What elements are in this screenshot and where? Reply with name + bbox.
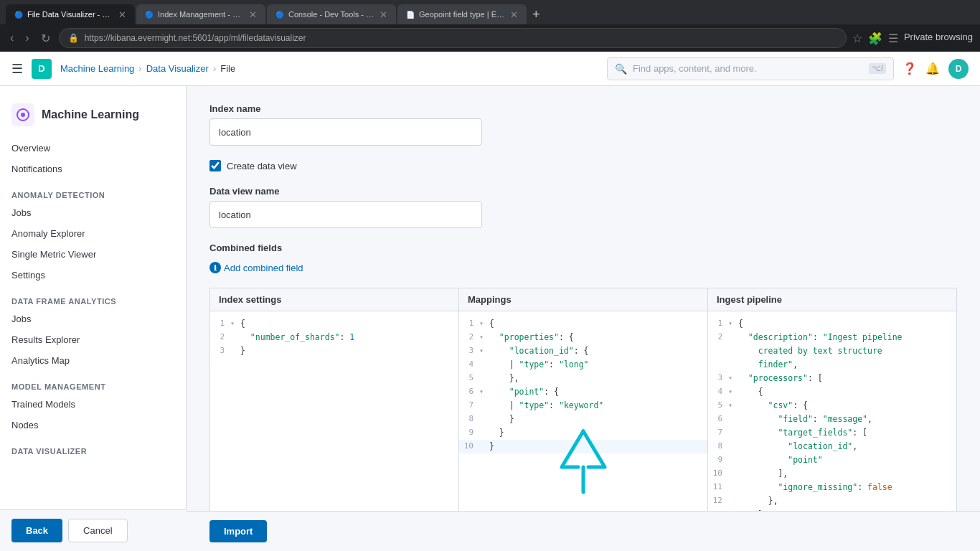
sidebar-section-dfa: Data Frame Analytics Jobs Results Explor… bbox=[0, 288, 186, 371]
private-label: Private browsing bbox=[904, 32, 973, 45]
sidebar-section-data-visualizer: Data Visualizer bbox=[0, 438, 186, 458]
code-line: 9 } bbox=[459, 426, 707, 440]
sidebar-item-single-metric[interactable]: Single Metric Viewer bbox=[0, 244, 186, 265]
hamburger-button[interactable]: ☰ bbox=[11, 61, 23, 77]
data-view-name-group: Data view name bbox=[209, 186, 957, 228]
sidebar-item-results-explorer[interactable]: Results Explorer bbox=[0, 329, 186, 350]
sidebar-section-model: Model Management Trained Models Nodes bbox=[0, 374, 186, 435]
notifications-icon[interactable]: 🔔 bbox=[925, 62, 940, 75]
sidebar-item-overview[interactable]: Overview bbox=[0, 138, 186, 159]
ingest-pipeline-code: 1 ▾ { 2 "description": "Ingest pipeline bbox=[708, 311, 956, 519]
back-nav-button[interactable]: ‹ bbox=[7, 29, 17, 47]
app-wrapper: ☰ D Machine Learning › Data Visualizer ›… bbox=[0, 52, 980, 551]
code-line: 1 ▾ { bbox=[708, 317, 956, 331]
back-cancel-row: Back Cancel bbox=[0, 509, 187, 551]
model-management-label: Model Management bbox=[0, 374, 186, 394]
d-avatar: D bbox=[32, 59, 52, 79]
create-data-view-checkbox[interactable] bbox=[209, 160, 221, 171]
breadcrumb-data-visualizer[interactable]: Data Visualizer bbox=[146, 63, 209, 74]
tab-close-3[interactable]: ✕ bbox=[380, 9, 387, 20]
search-shortcut: ⌥/ bbox=[869, 63, 886, 74]
add-combined-field-button[interactable]: ℹ Add combined field bbox=[209, 262, 303, 273]
index-name-group: Index name bbox=[209, 103, 957, 146]
star-icon[interactable]: ☆ bbox=[852, 32, 862, 45]
ingest-pipeline-header: Ingest pipeline bbox=[708, 288, 956, 311]
code-line: 10 ], bbox=[708, 467, 956, 481]
sidebar-item-notifications[interactable]: Notifications bbox=[0, 159, 186, 179]
global-search[interactable]: 🔍 Find apps, content, and more. ⌥/ bbox=[607, 57, 894, 80]
sidebar-item-analytics-map[interactable]: Analytics Map bbox=[0, 350, 186, 371]
code-line: 3 } bbox=[210, 344, 458, 358]
code-line: finder", bbox=[708, 358, 956, 372]
combined-fields-group: Combined fields ℹ Add combined field bbox=[209, 242, 957, 273]
lock-icon: 🔒 bbox=[68, 33, 79, 43]
mappings-code: 1 ▾ { 2 ▾ "properties": { 3 ▾ bbox=[459, 311, 707, 459]
import-button[interactable]: Import bbox=[209, 520, 267, 542]
search-placeholder: Find apps, content, and more. bbox=[633, 63, 863, 74]
combined-fields-label: Combined fields bbox=[209, 242, 957, 253]
code-line: 5 }, bbox=[459, 372, 707, 385]
mappings-header: Mappings bbox=[459, 288, 707, 311]
code-line: 1 ▾ { bbox=[210, 317, 458, 331]
breadcrumb-machine-learning[interactable]: Machine Learning bbox=[60, 63, 134, 74]
address-bar[interactable]: 🔒 https://kibana.evermight.net:5601/app/… bbox=[59, 28, 847, 48]
browser-tab-2[interactable]: 🔵 Index Management - Elastic ✕ bbox=[136, 4, 265, 24]
sidebar-title: Machine Learning bbox=[42, 108, 139, 121]
help-icon[interactable]: ❓ bbox=[903, 62, 917, 75]
code-line: 9 "point" bbox=[708, 453, 956, 467]
index-name-label: Index name bbox=[209, 103, 957, 114]
code-line: 2 "description": "Ingest pipeline bbox=[708, 331, 956, 344]
forward-nav-button[interactable]: › bbox=[22, 29, 32, 47]
toolbar-icons: ☆ 🧩 ☰ Private browsing bbox=[852, 32, 973, 45]
svg-point-1 bbox=[21, 113, 25, 117]
breadcrumb-file: File bbox=[220, 63, 235, 74]
reload-button[interactable]: ↻ bbox=[38, 29, 53, 48]
browser-tab-1[interactable]: 🔵 File Data Visualizer - Machine L... ✕ bbox=[6, 4, 135, 24]
sidebar-item-nodes[interactable]: Nodes bbox=[0, 415, 186, 435]
tab-close-4[interactable]: ✕ bbox=[510, 9, 518, 20]
sidebar-item-settings[interactable]: Settings bbox=[0, 265, 186, 286]
data-visualizer-label: Data Visualizer bbox=[0, 438, 186, 458]
browser-tab-4[interactable]: 📄 Geopoint field type | Elasticsear... ✕ bbox=[397, 4, 527, 24]
sidebar-header: Machine Learning bbox=[0, 86, 186, 138]
three-column-panels: Index settings 1 ▾ { 2 "number_of_shards… bbox=[209, 288, 957, 520]
code-line: 6 "field": "message", bbox=[708, 413, 956, 426]
code-line: 4 ▾ { bbox=[708, 385, 956, 399]
new-tab-button[interactable]: + bbox=[528, 7, 545, 22]
data-view-name-input[interactable] bbox=[209, 201, 482, 228]
anomaly-detection-label: Anomaly Detection bbox=[0, 182, 186, 202]
menu-icon[interactable]: ☰ bbox=[888, 32, 898, 45]
tab-close-1[interactable]: ✕ bbox=[118, 9, 126, 20]
cancel-button[interactable]: Cancel bbox=[68, 519, 127, 542]
app-topbar: ☰ D Machine Learning › Data Visualizer ›… bbox=[0, 52, 980, 86]
code-line: 7 | "type": "keyword" bbox=[459, 399, 707, 413]
index-settings-panel: Index settings 1 ▾ { 2 "number_of_shards… bbox=[209, 288, 459, 520]
sidebar: Machine Learning Overview Notifications … bbox=[0, 52, 187, 551]
sidebar-item-anomaly-explorer[interactable]: Anomaly Explorer bbox=[0, 223, 186, 244]
index-name-input[interactable] bbox=[209, 118, 482, 146]
mappings-panel: Mappings 1 ▾ { 2 ▾ "properties": { bbox=[459, 288, 708, 520]
ingest-pipeline-panel: Ingest pipeline 1 ▾ { 2 "description": "… bbox=[708, 288, 957, 520]
url-text: https://kibana.evermight.net:5601/app/ml… bbox=[85, 33, 837, 43]
user-avatar[interactable]: D bbox=[948, 59, 969, 79]
sidebar-logo bbox=[11, 103, 34, 126]
code-line: 7 "target_fields": [ bbox=[708, 426, 956, 440]
search-icon: 🔍 bbox=[615, 63, 627, 75]
extensions-icon[interactable]: 🧩 bbox=[868, 32, 882, 45]
tab-close-2[interactable]: ✕ bbox=[249, 9, 257, 20]
sidebar-item-jobs-anomaly[interactable]: Jobs bbox=[0, 202, 186, 223]
browser-tabs: 🔵 File Data Visualizer - Machine L... ✕ … bbox=[0, 0, 980, 24]
browser-toolbar: ‹ › ↻ 🔒 https://kibana.evermight.net:560… bbox=[0, 24, 980, 52]
code-line: 8 } bbox=[459, 413, 707, 426]
sidebar-item-jobs-dfa[interactable]: Jobs bbox=[0, 309, 186, 329]
sidebar-item-trained-models[interactable]: Trained Models bbox=[0, 394, 186, 415]
index-settings-code: 1 ▾ { 2 "number_of_shards": 1 3 bbox=[210, 311, 458, 364]
browser-tab-3[interactable]: 🔵 Console - Dev Tools - Elastic ✕ bbox=[267, 4, 396, 24]
code-line: 6 ▾ "point": { bbox=[459, 385, 707, 399]
code-line: 4 | "type": "long" bbox=[459, 358, 707, 372]
code-line: 3 ▾ "location_id": { bbox=[459, 344, 707, 358]
dfa-label: Data Frame Analytics bbox=[0, 288, 186, 309]
code-line: 5 ▾ "csv": { bbox=[708, 399, 956, 413]
code-line-highlighted: 10 } bbox=[459, 440, 707, 453]
back-button[interactable]: Back bbox=[11, 519, 62, 542]
